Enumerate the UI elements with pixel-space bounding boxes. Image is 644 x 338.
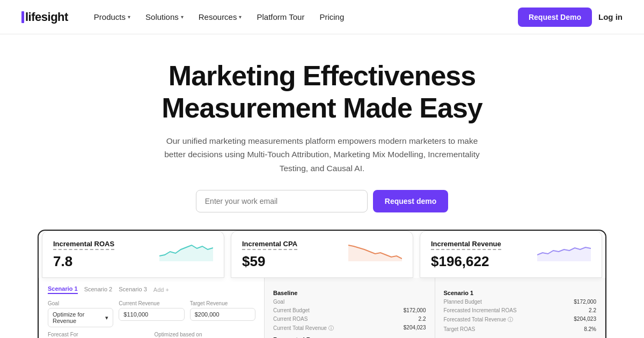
logo-bar	[21, 11, 24, 23]
revenue-chart	[537, 240, 591, 261]
kpi-value-revenue: $196,622	[431, 253, 501, 270]
scenario-row-1-val: 2.2	[589, 307, 596, 313]
tab-add[interactable]: Add +	[153, 286, 169, 293]
tab-scenario-3[interactable]: Scenario 3	[119, 286, 147, 293]
form-col-goal: Goal Optimize for Revenue ▾	[48, 300, 113, 327]
form-col-target-revenue: Target Revenue $200,000	[190, 300, 255, 321]
hero-title: Marketing Effectiveness Measurement Made…	[102, 60, 542, 124]
current-revenue-label: Current Revenue	[119, 300, 184, 306]
chevron-down-icon: ▾	[128, 14, 130, 20]
hero-subtitle: Our unified marketing measurements platf…	[156, 134, 488, 175]
scenario-row-0-key: Planned Budget	[444, 299, 482, 305]
baseline-row-2-key: Current ROAS	[273, 316, 308, 322]
baseline-row-1-val: $172,000	[404, 307, 426, 313]
table-row: Forecasted Total Revenue ⓘ $204,023	[444, 316, 597, 324]
scenario-table: Planned Budget $172,000 Forecasted Incre…	[444, 299, 597, 332]
table-row: Current ROAS 2.2	[273, 316, 426, 322]
target-revenue-label: Target Revenue	[190, 300, 255, 306]
kpi-card-revenue: Incremental Revenue $196,622	[420, 231, 602, 278]
baseline-row-3-val: $204,023	[404, 325, 426, 332]
dashboard-preview: Incremental ROAS 7.8 Incremental CPA $59	[38, 230, 606, 338]
kpi-card-cpa: Incremental CPA $59	[231, 231, 413, 278]
kpi-label-revenue: Incremental Revenue	[431, 240, 501, 250]
goal-label: Goal	[48, 300, 113, 306]
scenario-row-0-val: $172,000	[574, 299, 596, 305]
brand-name: lifesight	[25, 10, 68, 24]
request-demo-button-hero[interactable]: Request demo	[373, 190, 448, 212]
baseline-row-3-key: Current Total Revenue ⓘ	[273, 325, 334, 332]
nav-item-pricing[interactable]: Pricing	[313, 8, 350, 26]
tab-scenario-2[interactable]: Scenario 2	[84, 286, 113, 293]
baseline-table: Goal Current Budget $172,000 Current ROA…	[273, 299, 426, 332]
nav-item-solutions[interactable]: Solutions ▾	[139, 8, 190, 26]
goal-select-value: Optimize for Revenue	[53, 311, 105, 324]
cpa-chart	[348, 240, 402, 261]
kpi-value-roas: 7.8	[53, 253, 114, 270]
kpi-row: Incremental ROAS 7.8 Incremental CPA $59	[39, 231, 605, 278]
scenario-row-2-key: Forecasted Total Revenue ⓘ	[444, 316, 513, 324]
table-row: Current Total Revenue ⓘ $204,023	[273, 325, 426, 332]
chevron-down-icon: ▾	[239, 14, 241, 20]
goal-select[interactable]: Optimize for Revenue ▾	[48, 308, 113, 327]
nav-item-platform-tour[interactable]: Platform Tour	[250, 8, 311, 26]
roas-chart	[159, 240, 213, 261]
target-revenue-input[interactable]: $200,000	[190, 308, 255, 321]
scenario-row-1-key: Forecasted Incremental ROAS	[444, 307, 517, 313]
chevron-down-icon: ▾	[105, 314, 108, 321]
table-row: Target ROAS 8.2%	[444, 326, 597, 332]
tab-scenario-1[interactable]: Scenario 1	[48, 285, 78, 294]
form-col-forecast-for: Forecast For Quarter ▾	[48, 332, 149, 338]
hero-section: Marketing Effectiveness Measurement Made…	[0, 34, 644, 212]
baseline-panel: Baseline Goal Current Budget $172,000 Cu…	[265, 278, 435, 338]
nav-label-platform-tour: Platform Tour	[257, 12, 304, 21]
nav-label-products: Products	[94, 12, 126, 21]
table-row: Goal	[273, 299, 426, 305]
nav-label-solutions: Solutions	[145, 12, 179, 21]
nav-links: Products ▾ Solutions ▾ Resources ▾ Platf…	[87, 8, 518, 26]
bottom-panel: Scenario 1 Scenario 2 Scenario 3 Add + G…	[39, 278, 605, 338]
kpi-left-revenue: Incremental Revenue $196,622	[431, 240, 501, 270]
scenario-row-3-val: 8.2%	[584, 326, 596, 332]
baseline-row-0-key: Goal	[273, 299, 284, 305]
email-input[interactable]	[196, 190, 368, 212]
nav-actions: Request Demo Log in	[518, 8, 623, 27]
kpi-value-cpa: $59	[242, 253, 297, 270]
dashboard-frame: Incremental ROAS 7.8 Incremental CPA $59	[38, 230, 606, 338]
chevron-down-icon: ▾	[181, 14, 184, 20]
scenario-row-3-key: Target ROAS	[444, 326, 475, 332]
current-revenue-input[interactable]: $110,000	[119, 308, 184, 321]
baseline-row-1-key: Current Budget	[273, 307, 310, 313]
scenario-panel: Scenario 1 Scenario 2 Scenario 3 Add + G…	[39, 278, 265, 338]
nav-item-resources[interactable]: Resources ▾	[192, 8, 248, 26]
forecast-for-label: Forecast For	[48, 332, 149, 337]
kpi-label-cpa: Incremental CPA	[242, 240, 297, 250]
request-demo-button[interactable]: Request Demo	[518, 8, 592, 27]
form-col-current-revenue: Current Revenue $110,000	[119, 300, 184, 321]
scenario-results-panel: Scenario 1 Planned Budget $172,000 Forec…	[435, 278, 605, 338]
logo[interactable]: lifesight	[21, 10, 68, 24]
nav-label-resources: Resources	[199, 12, 237, 21]
form-col-date-range: Optimized based on 12/04/23 - 05/04/24 📅	[155, 332, 256, 338]
optimized-based-label: Optimized based on	[155, 332, 256, 337]
login-button[interactable]: Log in	[598, 12, 623, 21]
form-row-goal: Goal Optimize for Revenue ▾ Current Reve…	[48, 300, 255, 327]
scenario-section-label: Scenario 1	[444, 290, 597, 296]
hero-form: Request demo	[196, 190, 448, 212]
table-row: Forecasted Incremental ROAS 2.2	[444, 307, 597, 313]
navbar: lifesight Products ▾ Solutions ▾ Resourc…	[0, 0, 644, 34]
form-row-forecast: Forecast For Quarter ▾ Optimized based o…	[48, 332, 255, 338]
panel-tabs: Scenario 1 Scenario 2 Scenario 3 Add +	[48, 285, 255, 294]
kpi-label-roas: Incremental ROAS	[53, 240, 114, 250]
table-row: Planned Budget $172,000	[444, 299, 597, 305]
kpi-card-roas: Incremental ROAS 7.8	[42, 231, 224, 278]
nav-label-pricing: Pricing	[319, 12, 344, 21]
nav-item-products[interactable]: Products ▾	[87, 8, 137, 26]
scenario-row-2-val: $204,023	[574, 316, 596, 324]
baseline-row-2-val: 2.2	[419, 316, 426, 322]
kpi-left-roas: Incremental ROAS 7.8	[53, 240, 114, 270]
baseline-section-label: Baseline	[273, 290, 426, 296]
kpi-left-cpa: Incremental CPA $59	[242, 240, 297, 270]
table-row: Current Budget $172,000	[273, 307, 426, 313]
